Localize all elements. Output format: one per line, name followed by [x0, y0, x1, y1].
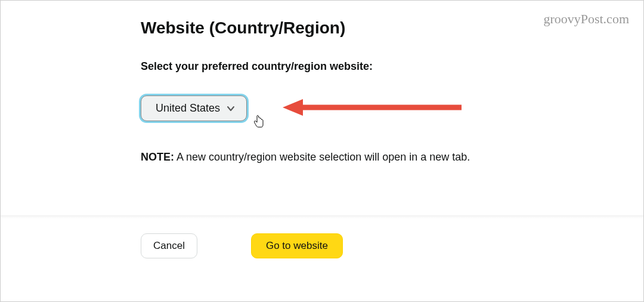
go-to-website-button[interactable]: Go to website — [251, 233, 343, 258]
dropdown-row: United States — [141, 95, 643, 121]
note-label: NOTE: — [141, 151, 174, 163]
chevron-down-icon — [226, 104, 236, 113]
instruction-label: Select your preferred country/region web… — [141, 60, 643, 73]
note-body: A new country/region website selection w… — [174, 151, 470, 163]
dropdown-selected-value: United States — [156, 102, 220, 115]
action-buttons: Cancel Go to website — [141, 233, 343, 258]
watermark-text: groovyPost.com — [543, 11, 629, 27]
section-divider — [1, 215, 643, 219]
country-region-dropdown[interactable]: United States — [141, 95, 247, 121]
svg-marker-1 — [283, 99, 303, 116]
note-text: NOTE: A new country/region website selec… — [141, 151, 643, 164]
red-arrow-annotation — [283, 97, 467, 120]
cursor-pointer-icon — [253, 115, 265, 131]
cancel-button[interactable]: Cancel — [141, 233, 197, 258]
